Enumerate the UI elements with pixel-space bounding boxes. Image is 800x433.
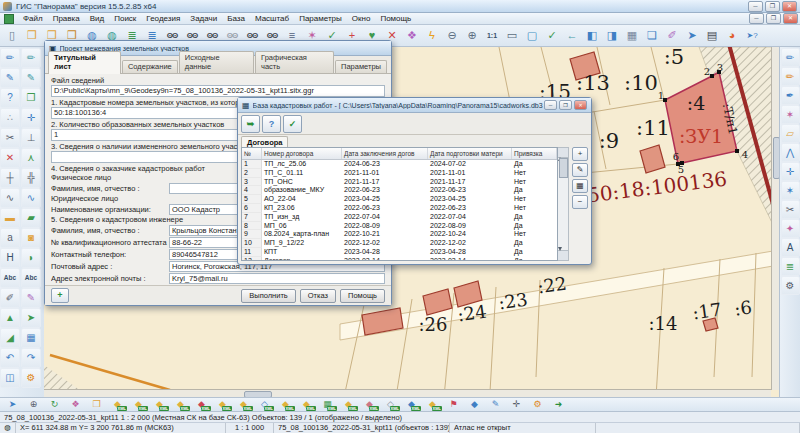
menu-item[interactable]: Масштаб [250,14,294,23]
zoom-in-button[interactable]: ⊕ [462,26,482,46]
grid-blue-tool[interactable]: ▦ [21,328,41,348]
scale-readout[interactable]: 1 : 1 000 [226,423,274,433]
flashlight-tool[interactable]: ✐ [0,288,20,308]
tab-parameters[interactable]: Параметры [335,60,387,73]
topology-tool[interactable]: ╬ [21,168,41,188]
draw-sparkle-tool[interactable]: ✶ [781,105,800,124]
help-button[interactable]: Помощь [340,289,385,303]
xml-parcel-tool[interactable]: ◆XML [107,397,128,411]
tab-contents[interactable]: Содержание [122,60,178,73]
back-arrow-button[interactable]: ← [562,26,582,46]
draw-brush-tool[interactable]: ✒ [781,86,800,105]
object-info-tool[interactable]: ? [0,88,20,108]
table-row[interactable]: 11 КПТ 2023-04-28 2023-04-28 Да [242,248,557,257]
sparkle-tool[interactable]: ✦ [781,219,800,238]
abc-caption-tool[interactable]: Abc [21,268,41,288]
smooth-line-tool[interactable]: ∿ [0,188,20,208]
map-sheets-button[interactable]: ❏ [642,26,662,46]
view-monitor-button[interactable]: ▢ [522,26,542,46]
edit-point-tool[interactable]: ✎ [21,68,41,88]
menu-item[interactable]: Правка [48,14,85,23]
diamond-blue-tool[interactable]: ◆ [464,397,485,411]
apply-button[interactable]: ✓ [283,115,302,133]
xml-extract-tool[interactable]: ◆XML [296,397,317,411]
select-green-tool[interactable]: ◗ [21,248,41,268]
palette-tool[interactable]: ❖ [65,397,86,411]
xml-map-plan-tool[interactable]: ◆XML [275,397,296,411]
scroll-down-arrow[interactable] [558,250,568,260]
text-edit-tool[interactable]: ✎ [21,288,41,308]
menu-item[interactable]: Задачи [185,14,222,23]
rotate-tool[interactable]: ↻ [44,397,65,411]
abc-text-tool[interactable]: Abc [0,268,20,288]
xml-zone-tool[interactable]: ◆XML [212,397,233,411]
delete-object-tool[interactable]: ✕ [0,148,20,168]
folder-tool[interactable]: ❒ [86,397,107,411]
select-rect-button[interactable]: ◧ [582,26,602,46]
apply-check-button[interactable]: ✓ [542,26,562,46]
color-wheel-button[interactable]: ◕ [722,26,742,46]
table-row[interactable]: 3 ТП_ОНС 2021-11-17 2021-11-17 Нет [242,178,557,187]
cut-object-tool[interactable]: ✂ [0,128,20,148]
quick-launch-button[interactable]: ϟ [422,26,442,46]
zoom-1to1-button[interactable]: 1:1 [482,26,502,46]
inspect-object-tool[interactable]: ◙ [21,228,41,248]
map-window-icon[interactable] [4,14,14,24]
scissors-tool[interactable]: ✂ [781,200,800,219]
menu-item[interactable]: Файл [18,14,48,23]
move-tool[interactable]: ✛ [21,108,41,128]
scroll-thumb[interactable] [559,158,568,178]
undo-tool[interactable]: ↶ [0,348,20,368]
cadworks-dialog-titlebar[interactable]: ▦ База кадастровых работ - [ C:\Users\Ta… [238,98,591,113]
globe-icon[interactable]: ◍ [0,423,16,433]
measure-tool[interactable]: ✛ [506,397,527,411]
minimize-button[interactable]: ─ [748,1,763,12]
scroll-thumb[interactable] [773,137,779,179]
table-row[interactable]: 4 образование_МКУ 2022-06-23 2022-06-23 … [242,186,557,195]
xml-grid-tool[interactable]: ▦XML [317,397,338,411]
exit-door-button[interactable]: ➜ [548,397,569,411]
zoom-tool[interactable]: ⊕ [23,397,44,411]
hill-tool[interactable]: ▲ [0,308,20,328]
letter-a-tool[interactable]: A [781,238,800,257]
align-tool[interactable]: ⊥ [21,128,41,148]
copy-object-tool[interactable]: ❐ [21,88,41,108]
close-button[interactable]: ✕ [574,100,587,110]
rebuild-line-tool[interactable]: ∿ [21,188,41,208]
help-cursor-button[interactable]: ➤? [742,26,762,46]
table-row[interactable]: 8 МП_06 2022-08-09 2022-08-09 Да [242,222,557,231]
attributes-table-button[interactable]: ▦ [622,26,642,46]
help-button[interactable]: ? [262,115,281,133]
pointer-button[interactable]: ➤ [682,26,702,46]
redo-tool[interactable]: ↷ [21,348,41,368]
table-row[interactable]: 10 МП_9_12/22 2022-12-02 2022-12-02 Да [242,239,557,248]
tab-title-page[interactable]: Титульный лист [48,51,121,74]
engineer-field-input[interactable]: Kryl_75@mail.ru [169,273,385,284]
close-button[interactable]: ✕ [783,13,798,24]
column-header[interactable]: № [242,148,262,159]
table-row[interactable]: 6 КП_23.06 2022-06-23 2022-06-23 Нет [242,204,557,213]
select-object-button[interactable]: ◨ [602,26,622,46]
divider-tool[interactable]: ⋀ [781,143,800,162]
restore-button[interactable]: ❐ [559,100,572,110]
table-row[interactable]: 9 08.2024_карта-план 2022-10-21 2022-10-… [242,230,557,239]
tab-graphic-part[interactable]: Графическая часть [255,51,334,73]
file-input[interactable]: D:\Public\Карты\mn_9\Geodesy9n=75_08_100… [51,85,385,97]
run-button[interactable]: Выполнить [241,289,296,303]
xml-contour-tool[interactable]: ◇XML [254,397,275,411]
draw-pencil-tool[interactable]: ✏ [781,48,800,67]
restore-button[interactable]: ❐ [765,1,780,12]
open-map-button[interactable]: ❒ [22,26,42,46]
xml-building-tool[interactable]: ◆XML [233,397,254,411]
restore-button[interactable]: ❐ [766,13,781,24]
copy-record-button[interactable]: ▦ [572,179,588,193]
menu-item[interactable]: Помощь [375,14,416,23]
gear-tool[interactable]: ⚙ [781,276,800,295]
tab-source-data[interactable]: Исходные данные [179,51,254,73]
close-button[interactable]: ✕ [782,1,797,12]
draw-orange-pencil-tool[interactable]: ✏ [781,67,800,86]
settings-gear-button[interactable]: ⚙ [527,397,548,411]
menu-item[interactable]: Геодезия [141,14,185,23]
table-row[interactable]: 1 ТП_лс_25.06 2024-06-23 2024-07-02 Да [242,160,557,169]
add-file-button[interactable]: + [51,288,69,303]
